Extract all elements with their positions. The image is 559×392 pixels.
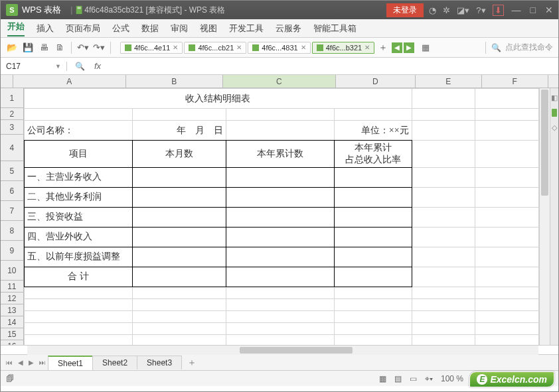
cell-D9[interactable]	[335, 247, 412, 267]
doc-tab-1[interactable]: 4f6c...cb21✕	[184, 42, 246, 54]
settings-gear-icon[interactable]: ✲	[443, 5, 450, 15]
cell-E15[interactable]	[412, 334, 475, 345]
sheet-nav-next[interactable]: ▶	[26, 359, 37, 366]
doc-tab-0[interactable]: 4f6c...4e11✕	[120, 42, 183, 54]
cell-E6[interactable]	[412, 187, 475, 207]
close-button[interactable]: ✕	[545, 5, 553, 15]
menu-smart-toolbox[interactable]: 智能工具箱	[313, 23, 357, 34]
cell-A12[interactable]	[24, 298, 133, 310]
cell-E11[interactable]	[412, 287, 475, 298]
cell-A2[interactable]	[24, 109, 133, 121]
horizontal-scrollbar[interactable]	[27, 346, 538, 355]
cell-D14[interactable]	[335, 322, 412, 334]
cell-B14[interactable]	[133, 322, 226, 334]
row-header-3[interactable]: 3	[1, 120, 24, 135]
col-header-E[interactable]: E	[416, 75, 482, 88]
cell-C14[interactable]	[226, 322, 335, 334]
cell-F10[interactable]	[475, 267, 539, 287]
cell-C7[interactable]	[226, 207, 335, 227]
skin-icon[interactable]: ◪▾	[457, 5, 469, 15]
menu-data[interactable]: 数据	[141, 23, 159, 34]
cells-grid[interactable]: 收入结构明细表 公司名称：年 月 日单位：××元 项目 本月数 本年累计数 本年…	[24, 88, 539, 345]
cell-B13[interactable]	[133, 310, 226, 322]
cell-F4[interactable]	[475, 141, 539, 168]
sheet-tab-2[interactable]: Sheet3	[137, 356, 182, 369]
scrollbar-thumb[interactable]	[541, 90, 548, 196]
cell-C6[interactable]	[226, 187, 335, 207]
cell-B12[interactable]	[133, 298, 226, 310]
row-header-11[interactable]: 11	[1, 281, 24, 293]
open-icon[interactable]: 📂	[6, 42, 18, 54]
add-tab-button[interactable]: ＋	[378, 42, 388, 54]
cell-D10[interactable]	[335, 267, 412, 287]
search-command[interactable]: 点此查找命令	[505, 42, 553, 53]
sheet-nav-first[interactable]: ⏮	[3, 359, 15, 366]
cell-F5[interactable]	[475, 167, 539, 187]
help-icon[interactable]: ?▾	[476, 5, 485, 15]
view-page-icon[interactable]: ▤	[394, 374, 402, 383]
fx-icon[interactable]: fx	[94, 61, 101, 71]
tab-next-button[interactable]: ▶	[404, 42, 414, 53]
menu-dev-tools[interactable]: 开发工具	[229, 23, 264, 34]
minimize-button[interactable]: ―	[512, 5, 521, 15]
cell-title[interactable]: 收入结构明细表	[24, 89, 412, 109]
cell-F8[interactable]	[475, 227, 539, 247]
close-icon[interactable]: ✕	[236, 44, 242, 51]
cell-C12[interactable]	[226, 298, 335, 310]
cell-item-3[interactable]: 四、营业外收入	[24, 227, 133, 247]
name-box[interactable]: C17 ▼	[1, 62, 67, 71]
tab-prev-button[interactable]: ◀	[392, 42, 402, 53]
maximize-button[interactable]: □	[530, 5, 536, 15]
select-all-corner[interactable]	[1, 75, 13, 88]
function-search-icon[interactable]: 🔍	[75, 62, 85, 71]
col-header-B[interactable]: B	[126, 75, 223, 88]
cell-C15[interactable]	[226, 334, 335, 345]
cell-item-0[interactable]: 一、主营业务收入	[24, 167, 133, 187]
status-doc-icon[interactable]: 🗐	[6, 374, 14, 383]
print-icon[interactable]: 🖶	[38, 42, 50, 54]
row-header-13[interactable]: 13	[1, 304, 24, 316]
cell-D15[interactable]	[335, 334, 412, 345]
row-header-4[interactable]: 4	[1, 135, 24, 161]
cell-E13[interactable]	[412, 310, 475, 322]
cell-E7[interactable]	[412, 207, 475, 227]
doc-tab-3[interactable]: 4f6c...b321✕	[312, 42, 374, 54]
sheet-tab-1[interactable]: Sheet2	[92, 356, 137, 369]
save-icon[interactable]: 💾	[22, 42, 34, 54]
close-icon[interactable]: ✕	[173, 44, 178, 51]
col-header-D[interactable]: D	[336, 75, 416, 88]
cell-B15[interactable]	[133, 334, 226, 345]
row-header-12[interactable]: 12	[1, 293, 24, 304]
cell-item-1[interactable]: 二、其他业务利润	[24, 187, 133, 207]
cell-C8[interactable]	[226, 227, 335, 247]
cell-E4[interactable]	[412, 141, 475, 168]
cell-E5[interactable]	[412, 167, 475, 187]
cell-item-2[interactable]: 三、投资收益	[24, 207, 133, 227]
side-tool-2[interactable]: ◇	[552, 123, 557, 132]
cell-unit-label[interactable]: 单位：××元	[335, 121, 412, 141]
col-header-F[interactable]: F	[482, 75, 548, 88]
menu-formula[interactable]: 公式	[112, 23, 129, 34]
zoom-value[interactable]: 100 %	[441, 374, 463, 383]
search-icon[interactable]: 🔍	[491, 43, 501, 52]
print-preview-icon[interactable]: 🗎	[54, 42, 66, 54]
cell-B5[interactable]	[133, 167, 226, 187]
cell-E9[interactable]	[412, 247, 475, 267]
menu-page-layout[interactable]: 页面布局	[66, 23, 100, 34]
cell-C2[interactable]	[226, 109, 335, 121]
view-normal-icon[interactable]: ▦	[379, 374, 386, 383]
menu-start[interactable]: 开始	[7, 21, 25, 36]
row-header-1[interactable]: 1	[1, 88, 24, 108]
col-header-C[interactable]: C	[223, 75, 336, 88]
cell-D12[interactable]	[335, 298, 412, 310]
login-button[interactable]: 未登录	[386, 3, 424, 17]
cell-D6[interactable]	[335, 187, 412, 207]
chevron-down-icon[interactable]: ▼	[55, 63, 61, 70]
cell-F12[interactable]	[475, 298, 539, 310]
cell-F1[interactable]	[475, 89, 539, 109]
cell-F2[interactable]	[475, 109, 539, 121]
cell-A15[interactable]	[24, 334, 133, 345]
scrollbar-thumb[interactable]	[240, 347, 353, 354]
cell-F6[interactable]	[475, 187, 539, 207]
col-header-A[interactable]: A	[13, 75, 126, 88]
